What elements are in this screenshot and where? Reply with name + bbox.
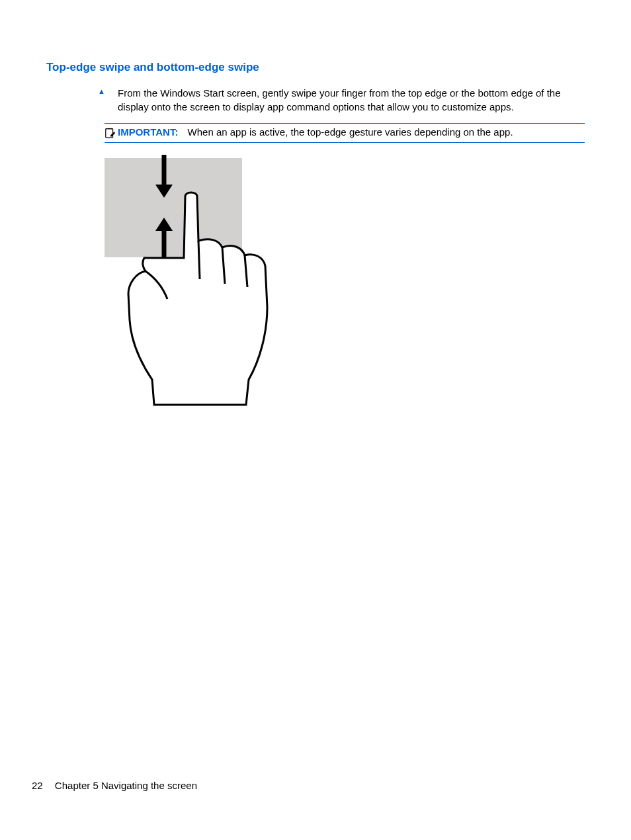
section-heading: Top-edge swipe and bottom-edge swipe [46,61,585,74]
note-label: IMPORTANT: [118,126,178,138]
note-text: When an app is active, the top-edge gest… [188,126,513,138]
note-content: IMPORTANT: When an app is active, the to… [118,126,513,138]
page-number: 22 [32,780,43,791]
swipe-gesture-illustration [105,155,585,408]
bullet-triangle-icon: ▲ [98,87,105,95]
instruction-text: From the Windows Start screen, gently sw… [118,86,585,114]
important-note: IMPORTANT: When an app is active, the to… [105,123,585,143]
note-pencil-icon [105,127,116,139]
chapter-label: Chapter 5 Navigating the screen [55,780,197,791]
page-footer: 22 Chapter 5 Navigating the screen [32,780,197,791]
instruction-block: ▲ From the Windows Start screen, gently … [98,86,585,114]
svg-rect-1 [105,158,242,257]
